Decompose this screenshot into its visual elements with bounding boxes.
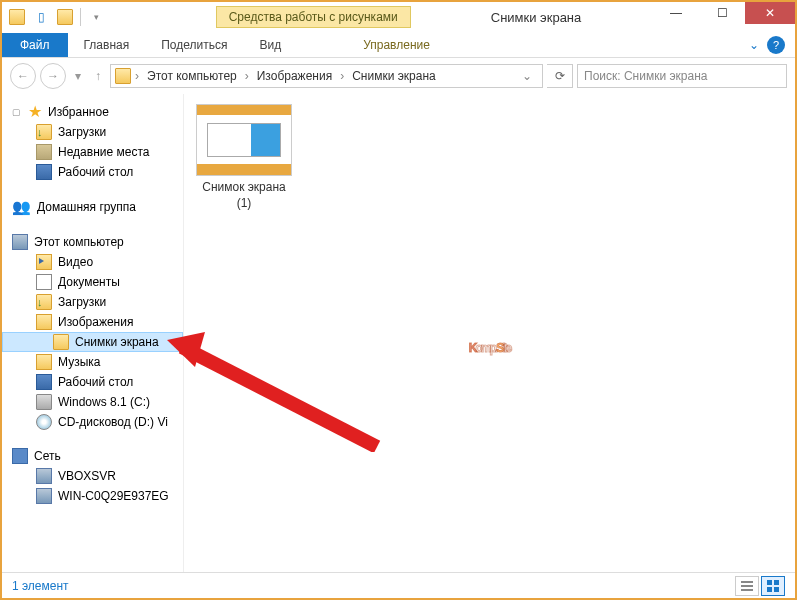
sidebar-item-desktop[interactable]: Рабочий стол <box>2 162 183 182</box>
svg-rect-2 <box>741 585 753 587</box>
tab-home[interactable]: Главная <box>68 33 146 57</box>
tree-label: Документы <box>58 275 120 289</box>
help-icon[interactable]: ? <box>767 36 785 54</box>
separator <box>80 8 81 26</box>
tree-label: WIN-C0Q29E937EG <box>58 489 169 503</box>
minimize-button[interactable]: — <box>653 2 699 24</box>
content-pane[interactable]: Снимок экрана (1) Komp.Site <box>184 94 795 572</box>
file-item[interactable]: Снимок экрана (1) <box>194 104 294 211</box>
svg-rect-7 <box>774 587 779 592</box>
sidebar-item-music[interactable]: Музыка <box>2 352 183 372</box>
quick-access-toolbar: ▯ ▾ <box>2 6 107 28</box>
tab-share[interactable]: Поделиться <box>145 33 243 57</box>
folder-icon <box>115 68 131 84</box>
forward-button[interactable]: → <box>40 63 66 89</box>
file-thumbnail <box>196 104 292 176</box>
collapse-icon[interactable]: ▢ <box>12 107 22 117</box>
window-title: Снимки экрана <box>491 10 582 25</box>
breadcrumb-dropdown[interactable]: ⌄ <box>516 69 538 83</box>
sidebar-item-documents[interactable]: Документы <box>2 272 183 292</box>
tree-label: Сеть <box>34 449 61 463</box>
sidebar-item-downloads[interactable]: Загрузки <box>2 292 183 312</box>
new-folder-icon[interactable] <box>54 6 76 28</box>
desktop-icon <box>36 374 52 390</box>
computer-icon <box>12 234 28 250</box>
computer-icon <box>36 488 52 504</box>
network-icon <box>12 448 28 464</box>
icons-view-button[interactable] <box>761 576 785 596</box>
documents-icon <box>36 274 52 290</box>
sidebar-item-screenshots[interactable]: Снимки экрана <box>2 332 183 352</box>
chevron-right-icon[interactable]: › <box>338 69 346 83</box>
file-tab[interactable]: Файл <box>2 33 68 57</box>
sidebar-item-pictures[interactable]: Изображения <box>2 312 183 332</box>
status-bar: 1 элемент <box>2 572 795 598</box>
tree-label: Рабочий стол <box>58 375 133 389</box>
details-view-button[interactable] <box>735 576 759 596</box>
homegroup-icon: 👥 <box>12 198 31 216</box>
breadcrumb-item[interactable]: Изображения <box>253 67 336 85</box>
svg-rect-4 <box>767 580 772 585</box>
tree-label: Windows 8.1 (C:) <box>58 395 150 409</box>
breadcrumb-item[interactable]: Этот компьютер <box>143 67 241 85</box>
sidebar-network[interactable]: Сеть <box>2 446 183 466</box>
video-icon <box>36 254 52 270</box>
tree-label: Этот компьютер <box>34 235 124 249</box>
breadcrumb[interactable]: › Этот компьютер › Изображения › Снимки … <box>110 64 543 88</box>
maximize-button[interactable]: ☐ <box>699 2 745 24</box>
folder-icon <box>6 6 28 28</box>
music-icon <box>36 354 52 370</box>
sidebar-item-recent[interactable]: Недавние места <box>2 142 183 162</box>
sidebar-item-desktop[interactable]: Рабочий стол <box>2 372 183 392</box>
refresh-button[interactable]: ⟳ <box>547 64 573 88</box>
computer-icon <box>36 468 52 484</box>
explorer-window: ▯ ▾ Средства работы с рисунками Снимки э… <box>0 0 797 600</box>
tree-label: CD-дисковод (D:) Vi <box>58 415 168 429</box>
recent-dropdown[interactable]: ▾ <box>70 63 86 89</box>
properties-icon[interactable]: ▯ <box>30 6 52 28</box>
tree-label: Домашняя группа <box>37 200 136 214</box>
tree-label: Загрузки <box>58 125 106 139</box>
sidebar-item-drive-d[interactable]: CD-дисковод (D:) Vi <box>2 412 183 432</box>
address-bar: ← → ▾ ↑ › Этот компьютер › Изображения ›… <box>2 58 795 94</box>
chevron-right-icon[interactable]: › <box>133 69 141 83</box>
search-placeholder: Поиск: Снимки экрана <box>584 69 707 83</box>
status-text: 1 элемент <box>12 579 69 593</box>
downloads-icon <box>36 124 52 140</box>
downloads-icon <box>36 294 52 310</box>
tree-label: Изображения <box>58 315 133 329</box>
search-input[interactable]: Поиск: Снимки экрана <box>577 64 787 88</box>
chevron-right-icon[interactable]: › <box>243 69 251 83</box>
sidebar-item-drive-c[interactable]: Windows 8.1 (C:) <box>2 392 183 412</box>
watermark: Komp.Site <box>469 277 510 371</box>
svg-rect-6 <box>767 587 772 592</box>
breadcrumb-item[interactable]: Снимки экрана <box>348 67 440 85</box>
tab-manage[interactable]: Управление <box>347 33 446 57</box>
sidebar-homegroup[interactable]: 👥 Домашняя группа <box>2 196 183 218</box>
chevron-down-icon[interactable]: ⌄ <box>749 38 759 52</box>
back-button[interactable]: ← <box>10 63 36 89</box>
file-name: Снимок экрана (1) <box>194 180 294 211</box>
tab-view[interactable]: Вид <box>243 33 297 57</box>
ribbon-tabs: Файл Главная Поделиться Вид Управление ⌄… <box>2 32 795 58</box>
tree-label: Избранное <box>48 105 109 119</box>
close-button[interactable]: ✕ <box>745 2 795 24</box>
sidebar-item-videos[interactable]: Видео <box>2 252 183 272</box>
sidebar-computer[interactable]: Этот компьютер <box>2 232 183 252</box>
window-controls: — ☐ ✕ <box>653 2 795 24</box>
context-tab-label: Средства работы с рисунками <box>216 6 411 28</box>
qat-dropdown-icon[interactable]: ▾ <box>85 6 107 28</box>
disk-icon <box>36 394 52 410</box>
star-icon: ★ <box>28 104 42 120</box>
body: ▢ ★ Избранное Загрузки Недавние места Ра… <box>2 94 795 572</box>
sidebar-favorites[interactable]: ▢ ★ Избранное <box>2 102 183 122</box>
sidebar-item-vboxsvr[interactable]: VBOXSVR <box>2 466 183 486</box>
cd-icon <box>36 414 52 430</box>
sidebar-item-win[interactable]: WIN-C0Q29E937EG <box>2 486 183 506</box>
tree-label: Рабочий стол <box>58 165 133 179</box>
up-button[interactable]: ↑ <box>90 63 106 89</box>
tree-label: Загрузки <box>58 295 106 309</box>
tree-label: Видео <box>58 255 93 269</box>
svg-rect-3 <box>741 589 753 591</box>
sidebar-item-downloads[interactable]: Загрузки <box>2 122 183 142</box>
